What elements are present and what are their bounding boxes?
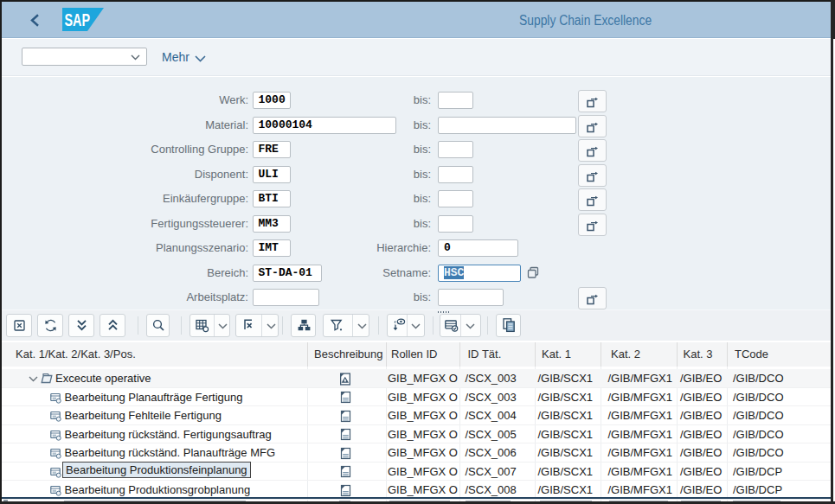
svg-text:SAP: SAP: [65, 10, 91, 29]
